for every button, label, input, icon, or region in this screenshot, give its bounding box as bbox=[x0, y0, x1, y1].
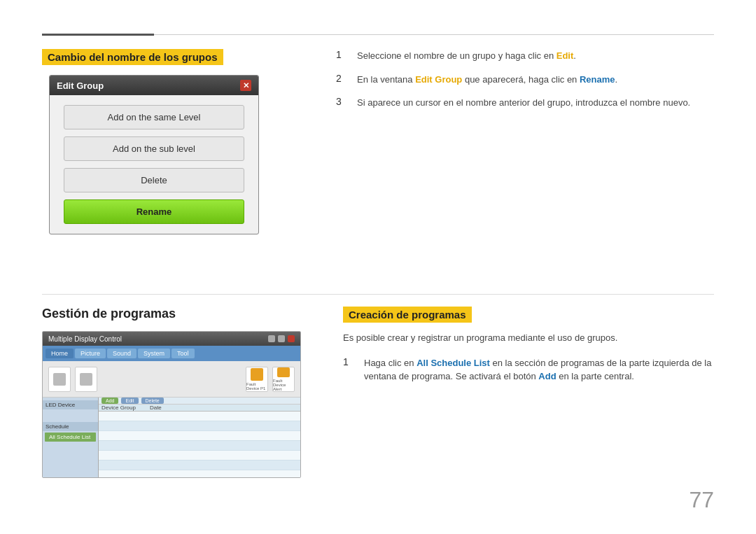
top-decorative-lines bbox=[42, 34, 714, 36]
table-row bbox=[99, 461, 300, 470]
col-header-date: Date bbox=[150, 405, 162, 411]
edit-group-dialog: Edit Group ✕ Add on the same Level Add o… bbox=[49, 75, 259, 234]
mockup-nav-bar: Home Picture Sound System Tool bbox=[43, 346, 300, 361]
heading-cambio: Cambio del nombre de los grupos bbox=[42, 49, 223, 65]
mockup-delete-btn: Delete bbox=[141, 398, 164, 404]
highlight-all-schedule: All Schedule List bbox=[416, 358, 490, 368]
step-3: 3 Si aparece un cursor en el nombre ante… bbox=[336, 96, 714, 110]
section-divider bbox=[42, 294, 714, 295]
mockup-content-header: Device Group Date bbox=[99, 405, 300, 412]
steps-list: 1 Seleccione el nombre de un grupo y hag… bbox=[336, 49, 714, 110]
device-icon-1 bbox=[53, 373, 66, 386]
close-icon: ✕ bbox=[243, 81, 249, 90]
mockup-minimize-button bbox=[268, 335, 275, 342]
creation-steps-list: 1 Haga clic en All Schedule List en la s… bbox=[343, 356, 714, 384]
table-row bbox=[99, 451, 300, 461]
mockup-close-button bbox=[288, 335, 295, 342]
mockup-nav-tool: Tool bbox=[172, 349, 195, 358]
step-2: 2 En la ventana Edit Group que aparecerá… bbox=[336, 73, 714, 87]
highlight-rename: Rename bbox=[580, 74, 615, 85]
add-same-level-button[interactable]: Add on the same Level bbox=[64, 105, 244, 129]
creation-step-1: 1 Haga clic en All Schedule List en la s… bbox=[343, 356, 714, 384]
step-text-1: Seleccione el nombre de un grupo y haga … bbox=[357, 49, 576, 63]
mockup-edit-btn: Edit bbox=[121, 398, 138, 404]
table-row bbox=[99, 441, 300, 451]
line-dark bbox=[42, 34, 154, 36]
step-number-3: 3 bbox=[336, 96, 349, 107]
page-number: 77 bbox=[689, 487, 714, 513]
left-column-top: Cambio del nombre de los grupos Edit Gro… bbox=[42, 49, 308, 234]
dialog-body: Add on the same Level Add on the sub lev… bbox=[50, 95, 258, 234]
delete-button[interactable]: Delete bbox=[64, 168, 244, 192]
table-row bbox=[99, 470, 300, 478]
mockup-nav-system: System bbox=[138, 349, 170, 358]
mockup-icon-device1 bbox=[48, 367, 71, 392]
fault-label-2: Fault Device Alert bbox=[273, 379, 294, 391]
add-sub-level-button[interactable]: Add on the sub level bbox=[64, 136, 244, 161]
mockup-window-buttons bbox=[268, 335, 295, 342]
table-row bbox=[99, 421, 300, 431]
mockup-icon-device2 bbox=[75, 367, 97, 392]
col-header-device-group: Device Group bbox=[102, 405, 136, 411]
creation-step-text-1: Haga clic en All Schedule List en la sec… bbox=[364, 356, 714, 384]
creation-description: Es posible crear y registrar un programa… bbox=[343, 331, 714, 345]
mockup-icon-group-alerts: Fault Device P1 Fault Device Alert bbox=[246, 367, 295, 392]
mockup-nav-picture: Picture bbox=[75, 349, 106, 358]
highlight-edit-group: Edit Group bbox=[415, 74, 462, 85]
step-1: 1 Seleccione el nombre de un grupo y hag… bbox=[336, 49, 714, 63]
mockup-content-toolbar: Add Edit Delete bbox=[99, 398, 300, 405]
mockup-icon-group-devices bbox=[48, 367, 97, 392]
mockup-data-rows bbox=[99, 412, 300, 478]
mockup-add-btn: Add bbox=[102, 398, 118, 404]
mockup-sidebar-schedule: Schedule bbox=[43, 422, 98, 431]
step-number-1: 1 bbox=[336, 49, 349, 60]
table-row bbox=[99, 412, 300, 421]
mockup-main-content: LED Device Schedule All Schedule List Ad… bbox=[43, 398, 300, 477]
right-column-top: 1 Seleccione el nombre de un grupo y hag… bbox=[336, 49, 714, 120]
warning-icon-1 bbox=[251, 368, 263, 381]
mockup-titlebar: Multiple Display Control bbox=[43, 332, 300, 346]
dialog-titlebar: Edit Group ✕ bbox=[50, 76, 258, 95]
mockup-maximize-button bbox=[278, 335, 285, 342]
mockup-content-area: Add Edit Delete Device Group Date bbox=[99, 398, 300, 477]
mockup-title: Multiple Display Control bbox=[48, 335, 122, 343]
rename-button[interactable]: Rename bbox=[64, 199, 244, 224]
step-number-2: 2 bbox=[336, 73, 349, 84]
app-screenshot-mockup: Multiple Display Control Home Picture So… bbox=[42, 331, 301, 478]
line-light bbox=[154, 34, 714, 35]
bottom-right-section: Creación de programas Es posible crear y… bbox=[343, 307, 714, 393]
mockup-nav-sound: Sound bbox=[107, 349, 136, 358]
heading-gestion: Gestión de programas bbox=[42, 307, 322, 321]
mockup-sidebar-all-schedule: All Schedule List bbox=[45, 433, 96, 442]
heading-creacion: Creación de programas bbox=[343, 307, 472, 323]
mockup-sidebar-led: LED Device bbox=[43, 400, 98, 409]
dialog-title: Edit Group bbox=[57, 80, 104, 91]
mockup-fault-device-alert: Fault Device Alert bbox=[272, 367, 295, 392]
mockup-fault-device-p1: Fault Device P1 bbox=[246, 367, 268, 392]
fault-label-1: Fault Device P1 bbox=[246, 382, 267, 391]
table-row bbox=[99, 431, 300, 441]
mockup-toolbar: Fault Device P1 Fault Device Alert bbox=[43, 361, 300, 398]
creation-step-number-1: 1 bbox=[343, 356, 356, 367]
highlight-add: Add bbox=[538, 371, 556, 381]
mockup-sidebar: LED Device Schedule All Schedule List bbox=[43, 398, 99, 477]
step-text-3: Si aparece un cursor en el nombre anteri… bbox=[357, 96, 690, 110]
step-text-2: En la ventana Edit Group que aparecerá, … bbox=[357, 73, 617, 87]
device-icon-2 bbox=[80, 373, 92, 386]
warning-icon-2 bbox=[277, 367, 290, 377]
dialog-close-button[interactable]: ✕ bbox=[240, 80, 251, 91]
highlight-edit: Edit bbox=[556, 50, 574, 61]
mockup-nav-home: Home bbox=[46, 349, 74, 358]
bottom-left-section: Gestión de programas Multiple Display Co… bbox=[42, 307, 322, 478]
